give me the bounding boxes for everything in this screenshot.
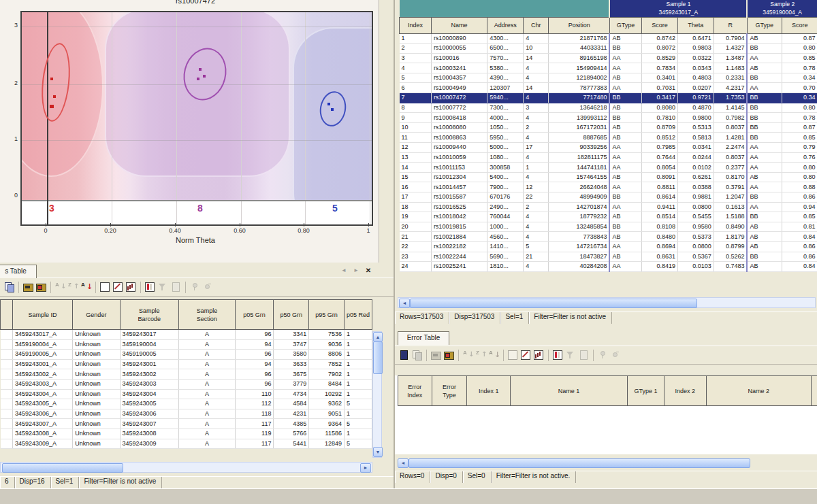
snp-table-row[interactable]: 20rs100198151000...4132485854BB0.81080.9…: [400, 222, 817, 232]
new-table-icon[interactable]: [398, 350, 410, 360]
snp-table-row[interactable]: 11rs100088635950...48887685AB0.85120.581…: [400, 133, 817, 143]
scroll-up-icon[interactable]: ▲: [373, 332, 383, 342]
snp-table-row[interactable]: 13rs100100591080...4182811175AA0.76440.0…: [400, 152, 817, 163]
column-header-position[interactable]: Position: [549, 17, 610, 33]
column-header-name[interactable]: Name: [431, 17, 487, 33]
samples-table-row[interactable]: 3459190004_AUnknown3459190004A9437479036…: [1, 339, 372, 350]
pin-icon: [597, 350, 609, 360]
histogram-icon[interactable]: [125, 282, 137, 292]
hscroll-thumb[interactable]: [408, 458, 750, 468]
status-cell: Sel=0: [463, 471, 492, 483]
vscroll-thumb[interactable]: [373, 341, 383, 374]
column-header[interactable]: GType 1: [628, 376, 664, 406]
toolbar-separator: [548, 350, 549, 361]
copy-icon[interactable]: [3, 282, 15, 292]
snp-table-row[interactable]: 1rs100008904300...421871768AB0.87420.647…: [400, 33, 817, 44]
column-chooser-icon[interactable]: [552, 350, 564, 360]
column-header-chr[interactable]: Chr: [524, 17, 549, 33]
samples-table-row[interactable]: 3459243002_AUnknown3459243002A9636757902…: [1, 369, 372, 380]
zero-line-horizontal: [22, 200, 372, 201]
line-plot-icon[interactable]: [99, 282, 111, 292]
tab-error-table[interactable]: Error Table: [398, 331, 449, 345]
column-chooser-icon[interactable]: [144, 282, 156, 292]
column-header[interactable]: p95 Grn: [309, 300, 345, 330]
snp-table-row[interactable]: 9rs100084184000...4139993112BB0.78100.98…: [400, 113, 817, 123]
histogram-icon[interactable]: [533, 350, 545, 360]
column-header[interactable]: Name 2: [706, 376, 811, 406]
samples-table-row[interactable]: 3459243003_AUnknown3459243003A9637798484…: [1, 379, 372, 389]
column-header[interactable]: Index 1: [467, 376, 511, 406]
status-cell: Filter=Filter is not active: [529, 312, 612, 324]
snp-table-row[interactable]: 10rs100080801050...2167172031AB0.87090.5…: [400, 122, 817, 133]
column-header[interactable]: Gender: [73, 300, 120, 330]
column-header-address[interactable]: Address: [487, 17, 524, 33]
column-header[interactable]: [1, 300, 13, 330]
scroll-left-icon[interactable]: ◄: [398, 458, 408, 468]
error-hscrollbar[interactable]: ◄: [396, 457, 816, 468]
snp-table-row[interactable]: 7rs100074725940...47717480BB0.34170.9721…: [400, 93, 817, 103]
snp-graph-plot[interactable]: 385: [20, 11, 373, 226]
snp-table-row[interactable]: 2rs100000556500...1044033311BB0.80720.98…: [400, 44, 817, 54]
snp-table-row[interactable]: 18rs100165252490...2142701874AA0.94110.0…: [400, 202, 817, 212]
column-header[interactable]: p05 Grn: [235, 300, 274, 330]
column-header-index[interactable]: Index: [400, 17, 432, 33]
export-file-icon[interactable]: [22, 282, 34, 292]
samples-table-row[interactable]: 3459243006_AUnknown3459243006A1184231905…: [1, 409, 372, 419]
samples-table-row[interactable]: 3459243007_AUnknown3459243007A1174385936…: [1, 419, 372, 429]
snp-table-row[interactable]: 6rs100049491203071478777383AA0.70310.020…: [400, 83, 817, 93]
snp-table-row[interactable]: 3rs1000167570...1489165198AA0.85290.0322…: [400, 53, 817, 63]
snp-table-row[interactable]: 17rs100155876701762248994909BB0.86140.98…: [400, 192, 817, 203]
column-header[interactable]: p05 Red: [344, 300, 372, 330]
snp-table-row[interactable]: 19rs10018042760044418779232AB0.85140.545…: [400, 212, 817, 222]
samples-table-row[interactable]: 3459243001_AUnknown3459243001A9436337852…: [1, 359, 372, 369]
scroll-right-icon[interactable]: ►: [360, 463, 371, 473]
snp-table-row[interactable]: 12rs100094405000...1790339256AA0.79850.0…: [400, 143, 817, 153]
samples-table-row[interactable]: 3459190005_AUnknown3459190005A9635808806…: [1, 350, 372, 360]
scroll-down-icon[interactable]: ▼: [373, 447, 383, 457]
column-header[interactable]: ErrorIndex: [398, 376, 432, 406]
column-header[interactable]: SampleSection: [179, 300, 236, 330]
column-header[interactable]: Index 2: [664, 376, 706, 406]
column-header-r[interactable]: R: [714, 17, 747, 33]
clipboard-icon: [578, 350, 590, 360]
samples-table-row[interactable]: 3459243004_AUnknown3459243004A1104734102…: [1, 389, 372, 399]
hscroll-thumb[interactable]: [2, 463, 123, 473]
scatter-plot-icon[interactable]: [520, 350, 532, 360]
column-header[interactable]: ErrorType: [432, 376, 467, 406]
snp-hscrollbar[interactable]: ◄: [398, 297, 816, 308]
samples-table-row[interactable]: 3459243008_AUnknown3459243008A1195766115…: [1, 429, 372, 439]
column-header[interactable]: [811, 376, 817, 406]
column-header[interactable]: Name 1: [510, 376, 627, 406]
column-header-gtype[interactable]: GType: [609, 17, 641, 33]
hscroll-thumb[interactable]: [410, 299, 697, 308]
samples-vscrollbar[interactable]: ▲ ▼: [372, 331, 382, 458]
snp-table-row[interactable]: 14rs100111533008581144741181AA0.80540.01…: [400, 163, 817, 173]
samples-hscrollbar[interactable]: ►: [0, 462, 372, 473]
snp-table-row[interactable]: 24rs100252411810...440284208AA0.84190.01…: [400, 262, 817, 272]
snp-table-row[interactable]: 21rs100218844560...47738843AB0.84800.537…: [400, 232, 817, 242]
column-header-gtype[interactable]: GType: [747, 17, 782, 33]
snp-table-row[interactable]: 16rs100144577900...1226624048AA0.88110.0…: [400, 182, 817, 192]
export-subset-icon[interactable]: [443, 350, 455, 360]
column-header[interactable]: p50 Grn: [274, 300, 309, 330]
snp-table-row[interactable]: 5rs100043574390...4121894002AB0.34010.48…: [400, 73, 817, 83]
snp-table-row[interactable]: 4rs100032415380...4154909414AA0.78340.03…: [400, 63, 817, 73]
snp-table-row[interactable]: 8rs100077727300...313646218AB0.80800.487…: [400, 103, 817, 113]
column-header-theta[interactable]: Theta: [677, 17, 714, 33]
samples-table-row[interactable]: 3459243017_AUnknown3459243017A9633417536…: [1, 330, 372, 340]
scatter-plot-icon[interactable]: [112, 282, 124, 292]
close-panel-icon[interactable]: ✕: [364, 266, 373, 275]
snp-table-row[interactable]: 15rs100123045400...4157464155AB0.80910.6…: [400, 172, 817, 182]
scroll-left-icon[interactable]: ◄: [399, 299, 410, 308]
export-subset-icon[interactable]: [35, 282, 47, 292]
snp-table-row[interactable]: 23rs100222445690...2118473827AB0.86310.5…: [400, 252, 817, 262]
column-header-score[interactable]: Score: [642, 17, 678, 33]
samples-table-row[interactable]: 3459243005_AUnknown3459243005A1124584936…: [1, 399, 372, 409]
custom-sort-icon[interactable]: [80, 282, 92, 292]
snp-table-row[interactable]: 22rs100221821410...5147216734AA0.86940.0…: [400, 241, 817, 252]
samples-table-row[interactable]: 3459243009_AUnknown3459243009A1175441128…: [1, 439, 372, 449]
tab-samples-table[interactable]: s Table: [0, 265, 37, 278]
column-header[interactable]: SampleBarcode: [120, 300, 179, 330]
column-header[interactable]: Sample ID: [12, 300, 72, 330]
column-header-score[interactable]: Score: [782, 17, 817, 33]
